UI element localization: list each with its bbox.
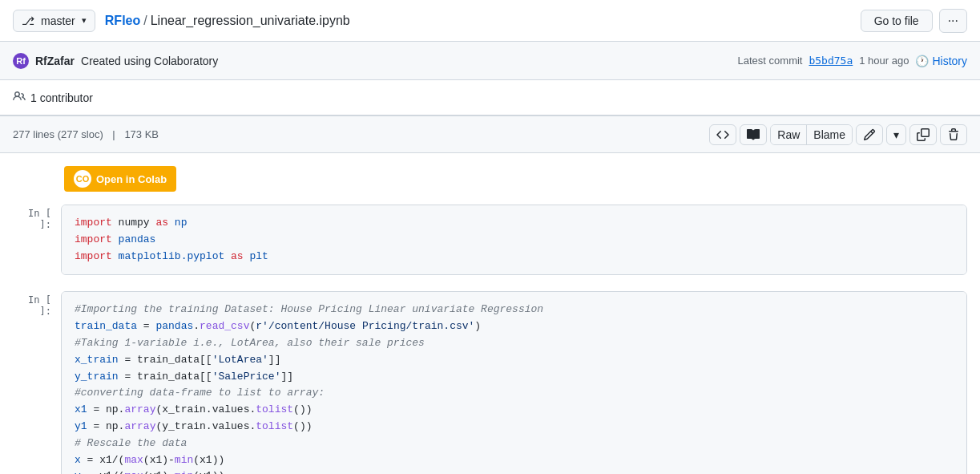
code-text: ()): [293, 403, 312, 415]
code-text: (y1)-: [143, 470, 175, 474]
more-options-button[interactable]: ···: [939, 9, 967, 33]
git-branch-icon: ⎇: [22, 14, 34, 27]
file-size: 173 KB: [124, 128, 159, 140]
commit-bar: Rf RfZafar Created using Colaboratory La…: [0, 42, 980, 80]
code-text: tolist: [256, 420, 293, 432]
code-text: x: [75, 454, 87, 466]
cell-1-body[interactable]: import numpy as np import pandas import …: [61, 205, 967, 275]
breadcrumb-owner[interactable]: RFleo: [105, 14, 140, 28]
delete-button[interactable]: [940, 124, 967, 145]
cell-2-label: In [ ]:: [13, 291, 61, 474]
cell-2-code: #Importing the training Dataset: House P…: [62, 292, 966, 474]
code-text: (x_train.values.: [155, 403, 256, 415]
code-line: import matplotlib.pyplot as plt: [75, 249, 954, 265]
edit-button[interactable]: [856, 124, 883, 145]
code-text: (x1)-: [143, 454, 175, 466]
breadcrumb-separator: /: [143, 14, 147, 28]
code-text: numpy: [112, 217, 156, 229]
code-text: np: [168, 217, 187, 229]
code-text: = np.: [93, 403, 124, 415]
code-line: y = y1/(max(y1)-min(y1)): [75, 468, 954, 474]
code-text: 'LotArea': [212, 354, 268, 366]
code-line: #Importing the training Dataset: House P…: [75, 302, 954, 318]
commit-info-left: Rf RfZafar Created using Colaboratory: [13, 53, 218, 69]
colab-open-button[interactable]: CO Open in Colab: [64, 166, 176, 192]
code-line: import numpy as np: [75, 215, 954, 232]
code-text: (y_train.values.: [155, 420, 256, 432]
code-line: train_data = pandas.read_csv(r'/content/…: [75, 318, 954, 335]
code-line: x_train = train_data[['LotArea']]: [75, 352, 954, 369]
keyword: as: [155, 217, 168, 229]
file-lines: 277 lines (277 sloc): [13, 128, 103, 140]
code-line: x = x1/(max(x1)-min(x1)): [75, 452, 954, 469]
code-line: x1 = np.array(x_train.values.tolist()): [75, 402, 954, 419]
edit-dropdown-button[interactable]: ▾: [886, 124, 906, 145]
top-bar: ⎇ master ▾ RFleo / Linear_regression_uni…: [0, 0, 980, 42]
cell-2-body[interactable]: #Importing the training Dataset: House P…: [61, 291, 967, 474]
code-text: 'SalePrice': [212, 371, 281, 383]
code-text: y1: [75, 420, 93, 432]
code-text: train_data: [75, 320, 143, 332]
keyword: as: [231, 250, 244, 262]
latest-commit-label: Latest commit: [738, 55, 803, 67]
commit-message: Created using Colaboratory: [81, 55, 218, 67]
code-text: (y1)): [193, 470, 224, 474]
code-text: = np.: [93, 420, 124, 432]
copy-button[interactable]: [909, 124, 937, 145]
branch-selector[interactable]: ⎇ master ▾: [13, 10, 95, 32]
keyword: import: [75, 250, 112, 262]
commit-hash[interactable]: b5bd75a: [809, 55, 853, 67]
file-view-button[interactable]: [740, 124, 767, 145]
code-text: tolist: [256, 403, 293, 415]
code-text: r'/content/House Pricing/train.csv': [256, 320, 474, 332]
raw-button[interactable]: Raw: [771, 125, 807, 144]
avatar: Rf: [13, 53, 29, 69]
code-text: matplotlib.pyplot: [112, 250, 231, 262]
code-text: ]]: [280, 371, 293, 383]
code-text: x1: [75, 403, 93, 415]
code-text: y_train: [75, 371, 124, 383]
file-toolbar: 277 lines (277 sloc) | 173 KB Raw Blame …: [0, 116, 980, 153]
code-text: min: [175, 454, 193, 466]
colab-badge-container: CO Open in Colab: [64, 166, 980, 192]
history-button[interactable]: 🕐 History: [915, 55, 967, 67]
commit-time: 1 hour ago: [859, 55, 909, 67]
notebook-content: CO Open in Colab In [ ]: import numpy as…: [0, 153, 980, 474]
code-text: = train_data[[: [124, 354, 212, 366]
colab-button-label: Open in Colab: [96, 173, 167, 185]
file-meta: 277 lines (277 sloc) | 173 KB: [13, 128, 159, 140]
code-line: #Taking 1-variable i.e., LotArea, also t…: [75, 335, 954, 352]
commit-author[interactable]: RfZafar: [35, 55, 75, 67]
comment: # Rescale the data: [75, 437, 187, 449]
contributors-icon: [13, 90, 26, 105]
code-text: read_csv: [200, 320, 249, 332]
contributors-label: contributor: [40, 91, 93, 104]
chevron-down-icon: ▾: [82, 15, 87, 26]
code-text: pandas: [155, 320, 193, 332]
code-text: array: [124, 403, 155, 415]
commit-info-right: Latest commit b5bd75a 1 hour ago 🕐 Histo…: [738, 55, 967, 67]
goto-file-button[interactable]: Go to file: [861, 10, 933, 32]
code-line: import pandas: [75, 232, 954, 249]
branch-name: master: [41, 14, 75, 27]
code-text: (x1)): [193, 454, 224, 466]
code-text: y: [75, 470, 87, 474]
code-text: =: [143, 320, 156, 332]
code-line: #converting data-frame to list to array:: [75, 385, 954, 402]
raw-blame-group: Raw Blame: [770, 124, 853, 145]
contributors-bar: 1 contributor: [0, 80, 980, 115]
blame-button[interactable]: Blame: [807, 125, 852, 144]
code-line: y_train = train_data[['SalePrice']]: [75, 369, 954, 386]
colab-icon: CO: [74, 170, 91, 188]
cell-1-label: In [ ]:: [13, 205, 61, 275]
keyword: import: [75, 233, 112, 245]
code-text: = x1/(: [87, 454, 125, 466]
comment: #Taking 1-variable i.e., LotArea, also t…: [75, 337, 425, 349]
code-view-button[interactable]: [709, 124, 736, 145]
code-text: .: [193, 320, 200, 332]
code-line: # Rescale the data: [75, 436, 954, 452]
code-text: max: [124, 470, 143, 474]
cell-1-code: import numpy as np import pandas import …: [62, 205, 966, 274]
code-text: ]]: [268, 354, 281, 366]
code-text: plt: [244, 250, 268, 262]
